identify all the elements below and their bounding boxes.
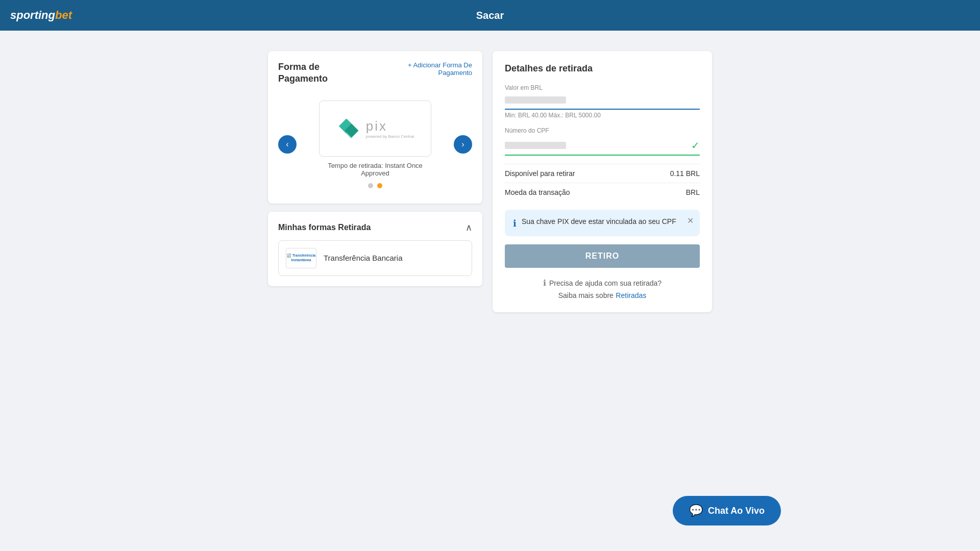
withdrawal-details-card: Detalhes de retirada Valor em BRL Min: B… [493,51,712,312]
carousel-container: ‹ [278,95,472,193]
check-icon: ✓ [691,139,700,152]
pix-card: pix powered by Banco Central [319,101,431,157]
info-note-close-button[interactable]: ✕ [687,216,694,226]
chat-label: Chat Ao Vivo [708,506,765,516]
saiba-label: Saiba mais sobre [558,291,614,299]
logo-bet: bet [55,9,72,22]
info-circle-icon: ℹ [543,278,546,288]
carousel-content: pix powered by Banco Central Tempo de re… [297,101,454,188]
carousel-prev-button[interactable]: ‹ [278,135,297,154]
chevron-up-icon: ∧ [465,222,472,233]
carousel-next-button[interactable]: › [454,135,472,154]
saved-method-item[interactable]: 🔄 TransferênciaInstantânea Transferência… [278,240,472,276]
chat-button[interactable]: 💬 Chat Ao Vivo [673,496,781,525]
pix-text-label: pix [366,118,387,134]
help-section: ℹ Precisa de ajuda com sua retirada? Sai… [505,278,700,300]
main-content: Forma dePagamento + Adicionar Forma DePa… [0,31,980,333]
logo-sporting: sporting [10,9,55,22]
amount-hint: Min: BRL 40.00 Máx.: BRL 5000.00 [505,112,700,119]
currency-label: Moeda da transação [505,188,570,196]
help-row: ℹ Precisa de ajuda com sua retirada? [505,278,700,288]
amount-field-wrapper [505,93,700,110]
cpf-form-group: Número do CPF ✓ [505,127,700,156]
cpf-label: Número do CPF [505,127,700,134]
pix-powered-label: powered by Banco Central [366,134,414,139]
available-value: 0.11 BRL [670,169,700,178]
page-title: Sacar [476,10,504,21]
help-text: Precisa de ajuda com sua retirada? [549,279,662,287]
info-note-text: Sua chave PIX deve estar vinculada ao se… [522,217,676,227]
chat-icon: 💬 [689,504,703,517]
available-row: Disponível para retirar 0.11 BRL [505,164,700,183]
payment-methods-header: Forma dePagamento + Adicionar Forma DePa… [278,61,472,85]
header: sportingbet Sacar [0,0,980,31]
currency-row: Moeda da transação BRL [505,183,700,202]
payment-methods-card: Forma dePagamento + Adicionar Forma DePa… [268,51,482,204]
carousel-subtitle: Tempo de retirada: Instant OnceApproved [328,162,423,177]
amount-label: Valor em BRL [505,84,700,91]
carousel-dot-1 [368,183,373,188]
add-payment-link[interactable]: + Adicionar Forma DePagamento [408,61,472,77]
saved-methods-title: Minhas formas Retirada [278,223,371,232]
info-icon: ℹ [513,218,517,229]
method-icon: 🔄 TransferênciaInstantânea [286,248,316,268]
left-panel: Forma dePagamento + Adicionar Forma DePa… [268,51,482,312]
amount-masked [505,96,566,104]
carousel-dot-2 [377,183,382,188]
right-panel: Detalhes de retirada Valor em BRL Min: B… [493,51,712,312]
logo: sportingbet [10,9,72,22]
pix-diamond-icon [336,116,361,141]
chevron-right-icon: › [461,140,464,149]
method-icon-text: 🔄 TransferênciaInstantânea [287,254,315,262]
chat-btn-container: 💬 Chat Ao Vivo [673,496,781,525]
cpf-field-wrapper: ✓ [505,136,700,156]
pix-logo: pix powered by Banco Central [336,116,414,141]
withdrawal-title: Detalhes de retirada [505,63,700,74]
payment-methods-title: Forma dePagamento [278,61,328,85]
currency-value: BRL [686,188,700,196]
cpf-masked [505,142,566,149]
saiba-row: Saiba mais sobre Retiradas [505,291,700,300]
saved-methods-header[interactable]: Minhas formas Retirada ∧ [278,222,472,233]
saved-methods-card: Minhas formas Retirada ∧ 🔄 Transferência… [268,212,482,286]
amount-form-group: Valor em BRL Min: BRL 40.00 Máx.: BRL 50… [505,84,700,119]
retiro-button[interactable]: RETIRO [505,244,700,268]
chevron-left-icon: ‹ [286,140,288,149]
available-label: Disponível para retirar [505,169,575,178]
method-name: Transferência Bancaria [324,254,403,262]
carousel-dots [368,183,382,188]
info-note: ℹ Sua chave PIX deve estar vinculada ao … [505,210,700,236]
retiradas-link[interactable]: Retiradas [616,291,646,299]
